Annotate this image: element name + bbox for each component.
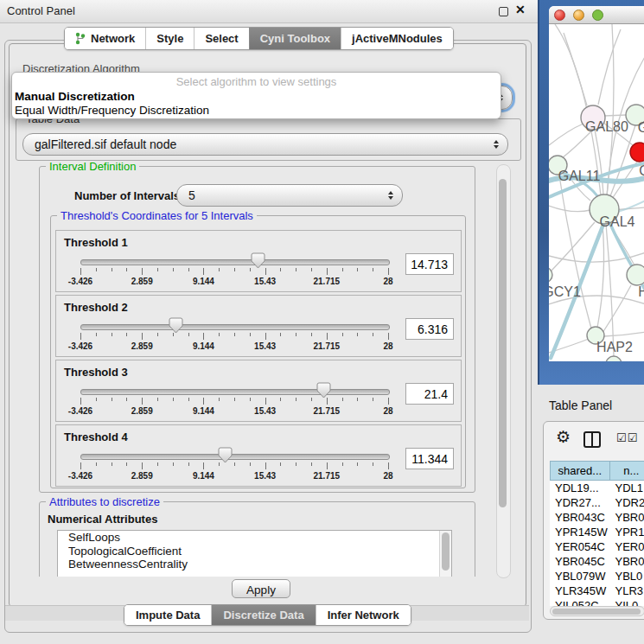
table-data-select[interactable]: galFiltered.sif default node bbox=[22, 133, 508, 156]
minimize-traffic-light-icon[interactable] bbox=[573, 10, 584, 21]
table-row[interactable]: YDR27...YDR2 bbox=[550, 495, 644, 510]
thresholds-group-label: Threshold's Coordinates for 5 Intervals bbox=[57, 209, 257, 222]
table-panel-title: Table Panel bbox=[549, 399, 612, 412]
slider-track[interactable] bbox=[80, 324, 390, 330]
table-row[interactable]: YBR043CYBR0 bbox=[550, 510, 644, 525]
threshold-4-slider[interactable]: -3.4262.8599.14415.4321.71528 bbox=[80, 425, 388, 486]
slider-tick-labels: -3.4262.8599.14415.4321.71528 bbox=[80, 277, 388, 287]
network-node[interactable] bbox=[606, 356, 622, 361]
tab-discretize-data[interactable]: Discretize Data bbox=[211, 605, 315, 625]
algorithm-dropdown-popup: Select algorithm to view settings Manual… bbox=[11, 72, 501, 119]
thresholds-group: Threshold's Coordinates for 5 Intervals … bbox=[50, 215, 466, 488]
slider-tick-labels: -3.4262.8599.14415.4321.71528 bbox=[80, 471, 388, 481]
tab-network[interactable]: Network bbox=[65, 28, 145, 49]
table-cell: YBR0 bbox=[609, 554, 644, 569]
network-window-frame: GAL80GCGAL11GAL4GCY1HHAP2 bbox=[538, 0, 644, 385]
slider-tick-labels: -3.4262.8599.14415.4321.71528 bbox=[80, 406, 388, 417]
popup-item-equal-width-frequency[interactable]: Equal Width/Frequency Discretization bbox=[12, 104, 501, 118]
table-horizontal-scrollbar[interactable] bbox=[550, 606, 644, 616]
table-cell: YIL052C bbox=[550, 598, 609, 606]
slider-thumb-icon[interactable] bbox=[218, 447, 233, 463]
float-window-icon[interactable] bbox=[499, 7, 508, 16]
threshold-2-value[interactable]: 6.316 bbox=[405, 318, 454, 340]
popup-item-manual-discretization[interactable]: Manual Discretization bbox=[12, 90, 501, 104]
threshold-3-value[interactable]: 21.4 bbox=[405, 383, 454, 405]
column-header-shared-name[interactable]: shared... bbox=[550, 461, 610, 481]
attribute-list-item[interactable]: TopologicalCoefficient bbox=[58, 545, 451, 558]
network-node[interactable] bbox=[630, 143, 644, 162]
network-node-label: GAL80 bbox=[585, 119, 628, 134]
column-header-name[interactable]: n... bbox=[610, 461, 644, 481]
tab-select[interactable]: Select bbox=[194, 28, 248, 49]
tab-infer-network[interactable]: Infer Network bbox=[316, 605, 411, 625]
table-cell: YBL0 bbox=[609, 569, 644, 583]
node-table: shared... n... YDL19...YDL1YDR27...YDR2Y… bbox=[550, 461, 644, 606]
settings-scrollbar[interactable] bbox=[496, 164, 511, 578]
slider-track[interactable] bbox=[80, 389, 390, 395]
tab-impute-data[interactable]: Impute Data bbox=[124, 605, 211, 625]
attributes-group: Attributes to discretize Numerical Attri… bbox=[39, 501, 475, 577]
table-panel-titlebar: Table Panel bbox=[538, 385, 644, 419]
split-columns-icon[interactable] bbox=[583, 431, 601, 448]
select-columns-checkboxes-icon[interactable]: ☑☑ bbox=[616, 431, 638, 444]
slider-track[interactable] bbox=[80, 454, 390, 460]
zoom-traffic-light-icon[interactable] bbox=[592, 10, 603, 21]
table-cell: YPR1 bbox=[609, 525, 644, 539]
slider-thumb-icon[interactable] bbox=[316, 382, 331, 399]
stepper-arrows bbox=[494, 140, 499, 149]
table-cell: YER0 bbox=[609, 539, 644, 554]
gear-icon[interactable]: ⚙ bbox=[556, 427, 571, 447]
table-row[interactable]: YDL19...YDL1 bbox=[550, 481, 644, 495]
attribute-list-item[interactable]: SelfLoops bbox=[58, 531, 451, 545]
threshold-2-slider[interactable]: -3.4262.8599.14415.4321.71528 bbox=[80, 296, 388, 356]
network-node-label: HAP2 bbox=[596, 340, 633, 354]
threshold-1-value[interactable]: 14.713 bbox=[405, 253, 454, 275]
tab-style[interactable]: Style bbox=[145, 28, 194, 49]
close-traffic-light-icon[interactable] bbox=[554, 10, 565, 21]
table-row[interactable]: YIL052CYIL0 bbox=[550, 598, 644, 606]
attribute-list-item[interactable]: BetweennessCentrality bbox=[58, 558, 451, 571]
network-node-label: G bbox=[638, 120, 644, 135]
threshold-1-panel: Threshold 1 -3.4262.8599.14415.4321.7152… bbox=[55, 230, 462, 292]
tab-jactivemnodules[interactable]: jActiveMNodules bbox=[341, 28, 453, 49]
screenshot-root: Control Panel ✕ Network Style Select Cyn… bbox=[0, 0, 644, 644]
slider-thumb-icon[interactable] bbox=[251, 252, 265, 269]
scrollbar-thumb[interactable] bbox=[499, 179, 507, 507]
scrollbar-thumb[interactable] bbox=[552, 609, 641, 615]
table-data-group: Table Data galFiltered.sif default node bbox=[16, 118, 521, 161]
table-cell: YBR045C bbox=[550, 554, 609, 569]
slider-track[interactable] bbox=[80, 259, 390, 265]
slider-ticks bbox=[80, 268, 388, 276]
apply-button[interactable]: Apply bbox=[232, 579, 290, 598]
table-row[interactable]: YLR345WYLR3 bbox=[550, 583, 644, 598]
table-cell: YBL079W bbox=[550, 569, 609, 583]
table-row[interactable]: YER054CYER0 bbox=[550, 539, 644, 554]
number-of-intervals-label: Number of Intervals bbox=[74, 189, 180, 202]
scrollbar-thumb[interactable] bbox=[442, 532, 450, 571]
number-of-intervals-select[interactable]: 5 bbox=[176, 184, 403, 207]
slider-ticks bbox=[80, 333, 388, 341]
table-cell: YPR145W bbox=[550, 525, 609, 539]
network-node-label: GAL4 bbox=[600, 214, 635, 229]
close-icon[interactable]: ✕ bbox=[515, 3, 526, 16]
table-row[interactable]: YBR045CYBR0 bbox=[550, 554, 644, 569]
network-canvas[interactable]: GAL80GCGAL11GAL4GCY1HHAP2 bbox=[549, 24, 644, 361]
slider-ticks bbox=[80, 462, 388, 470]
table-row[interactable]: YPR145WYPR1 bbox=[550, 525, 644, 539]
table-row[interactable]: YBL079WYBL0 bbox=[550, 569, 644, 583]
tab-cyni-toolbox[interactable]: Cyni Toolbox bbox=[249, 28, 341, 49]
threshold-3-slider[interactable]: -3.4262.8599.14415.4321.71528 bbox=[80, 360, 388, 421]
numerical-attributes-list[interactable]: SelfLoopsTopologicalCoefficientBetweenne… bbox=[57, 530, 452, 577]
control-panel-titlebar: Control Panel ✕ bbox=[0, 0, 538, 23]
slider-thumb-icon[interactable] bbox=[169, 317, 183, 334]
network-node[interactable] bbox=[627, 265, 644, 285]
list-scrollbar[interactable] bbox=[439, 531, 451, 577]
threshold-4-value[interactable]: 11.344 bbox=[405, 448, 454, 469]
network-node-label: GCY1 bbox=[549, 284, 581, 299]
table-cell: YDL1 bbox=[609, 481, 644, 495]
bottom-tab-bar: Impute Data Discretize Data Infer Networ… bbox=[124, 604, 411, 626]
threshold-3-panel: Threshold 3 -3.4262.8599.14415.4321.7152… bbox=[55, 360, 462, 422]
window-title: Control Panel bbox=[7, 4, 75, 17]
threshold-1-slider[interactable]: -3.4262.8599.14415.4321.71528 bbox=[80, 231, 388, 291]
network-icon bbox=[75, 32, 86, 45]
